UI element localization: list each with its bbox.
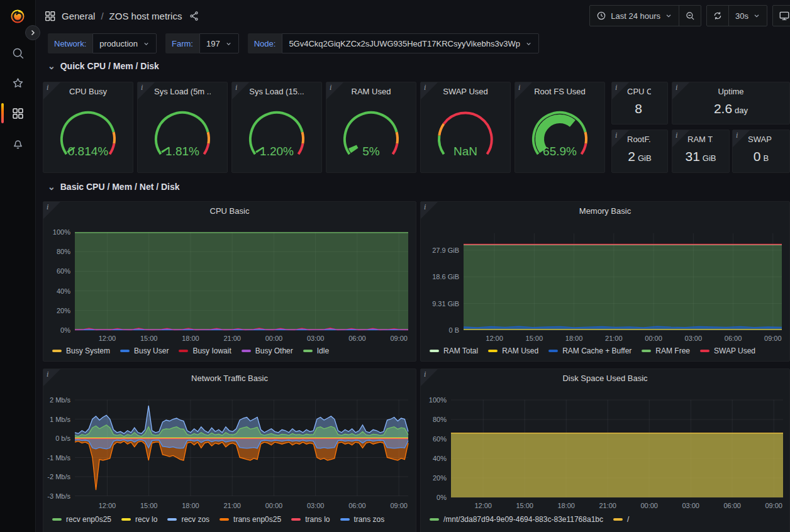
svg-text:40%: 40% [433,455,447,462]
alerting-bell-icon [11,137,25,150]
panel-info-icon[interactable] [733,130,750,147]
legend-swatch [340,518,350,521]
panel-title[interactable]: RootF... [627,135,651,144]
svg-text:21:00: 21:00 [223,335,241,342]
svg-text:15:00: 15:00 [140,335,158,342]
memory-basic-chart[interactable]: 0 B9.31 GiB18.6 GiB27.9 GiB12:0015:0018:… [421,202,790,362]
panel-title[interactable]: Root FS Used [531,87,588,96]
panel-cpu-cores: CPU C... 8 [611,82,668,125]
panel-info-icon[interactable] [515,82,532,99]
svg-text:06:00: 06:00 [723,502,741,509]
panel-info-icon[interactable] [612,82,629,99]
panel-info-icon[interactable] [43,82,60,99]
svg-text:00:00: 00:00 [640,502,658,509]
legend-item[interactable]: RAM Cache + Buffer [548,346,631,355]
panel-title[interactable]: Uptime [689,87,773,96]
svg-text:00:00: 00:00 [265,335,283,342]
chevron-right-icon [29,29,36,36]
legend-item[interactable]: Idle [303,346,329,355]
legend-swatch [303,350,313,352]
panel-title[interactable]: RAM Used [343,87,399,96]
svg-text:60%: 60% [57,267,70,275]
legend-item[interactable]: trans enp0s25 [220,515,281,524]
legend-item[interactable]: recv enp0s25 [52,515,111,524]
sidebar-item-alerting[interactable] [0,128,35,158]
panel-rootfs-total: RootF... 2 GiB [611,130,668,173]
legend-item[interactable]: RAM Used [488,346,538,355]
legend-item[interactable]: Busy User [120,346,169,355]
legend-swatch [242,350,251,352]
gauge-root-fs-used: 65.9% [515,100,604,170]
svg-text:1.20%: 1.20% [260,145,294,158]
stat-number: 2 [628,149,635,164]
panel-title[interactable]: RAM T... [687,135,713,144]
svg-text:0 B: 0 B [448,326,459,334]
svg-text:15:00: 15:00 [526,335,543,342]
panel-info-icon[interactable] [672,82,689,99]
svg-text:1 Mb/s: 1 Mb/s [50,416,71,423]
panel-sys-load-5m: Sys Load (5m ... 1.81% [137,82,228,173]
legend-item[interactable]: SWAP Used [700,346,755,355]
legend-label: RAM Used [502,346,538,355]
panel-title[interactable]: SWAP ... [748,135,773,144]
svg-text:00:00: 00:00 [645,335,662,342]
stat-number: 31 [685,149,699,164]
sidebar-item-dashboards[interactable] [0,98,35,128]
legend-label: trans enp0s25 [233,515,281,524]
panel-swap-used: SWAP Used NaN [420,82,511,173]
svg-text:20%: 20% [57,307,70,314]
legend-item[interactable]: /mnt/3da87d94-9e09-4694-883c-83e11768a1b… [430,515,603,524]
legend-item[interactable]: / [613,515,629,524]
svg-text:09:00: 09:00 [390,502,408,509]
legend-item[interactable]: RAM Free [642,346,690,355]
svg-text:80%: 80% [57,248,70,255]
section-row-quick[interactable]: ⌄ Quick CPU / Mem / Disk [48,61,159,71]
legend-item[interactable]: RAM Total [430,346,478,355]
legend-swatch [52,518,62,521]
panel-info-icon[interactable] [672,130,689,147]
panel-info-icon[interactable] [612,130,629,147]
panel-disk-space-basic: Disk Space Used Basic 0%20%40%60%80%100%… [420,369,790,532]
legend-swatch [700,350,709,352]
svg-text:60%: 60% [433,435,447,443]
legend-swatch [548,350,558,352]
legend-item[interactable]: recv lo [121,515,157,524]
sidebar-expand-button[interactable] [25,25,40,40]
panel-title[interactable]: CPU Busy [60,87,116,96]
grafana-app: General / ZOS host metrics Last 24 hours [0,0,790,532]
panel-info-icon[interactable] [138,82,155,99]
disk-space-chart[interactable]: 0%20%40%60%80%100%12:0015:0018:0021:0000… [421,369,790,532]
panel-info-icon[interactable] [421,82,438,99]
panel-info-icon[interactable] [232,82,249,99]
legend-item[interactable]: Busy Other [242,346,293,355]
legend-swatch [291,518,301,521]
star-icon [11,77,25,90]
panel-title[interactable]: SWAP Used [437,87,494,96]
legend-item[interactable]: trans zos [340,515,385,524]
panel-title[interactable]: Sys Load (5m ... [154,87,211,96]
section-row-basic[interactable]: ⌄ Basic CPU / Mem / Net / Disk [48,182,180,192]
legend-swatch [167,518,177,521]
legend-item[interactable]: trans lo [291,515,330,524]
network-traffic-chart[interactable]: 2 Mb/s1 Mb/s0 b/s-1 Mb/s-2 Mb/s-3 Mb/s12… [43,369,417,532]
panel-ram-total: RAM T... 31 GiB [672,130,730,173]
stat-value: 2.6 day [672,101,789,120]
panel-title[interactable]: CPU C... [627,87,651,96]
sidebar-item-search[interactable] [0,38,35,68]
cpu-basic-chart[interactable]: 0%20%40%60%80%100%12:0015:0018:0021:0000… [43,202,417,362]
svg-text:0%: 0% [437,494,447,501]
legend-item[interactable]: Busy Iowait [179,346,231,355]
legend-item[interactable]: recv zos [167,515,209,524]
sidebar-item-starred[interactable] [0,68,35,98]
legend-label: RAM Free [655,346,690,355]
legend-item[interactable]: Busy System [52,346,110,355]
legend-label: SWAP Used [714,346,755,355]
panel-sys-load-15m: Sys Load (15... 1.20% [231,82,322,173]
panel-info-icon[interactable] [326,82,343,99]
cpu-basic-legend: Busy SystemBusy UserBusy IowaitBusy Othe… [52,346,411,355]
svg-text:100%: 100% [429,396,447,404]
gauge-sys-load-5m: 1.81% [138,100,227,170]
grafana-logo[interactable] [9,8,26,24]
dashboard: ⌄ Quick CPU / Mem / Disk CPU Busy 0.814%… [35,0,790,532]
panel-title[interactable]: Sys Load (15... [248,87,305,96]
